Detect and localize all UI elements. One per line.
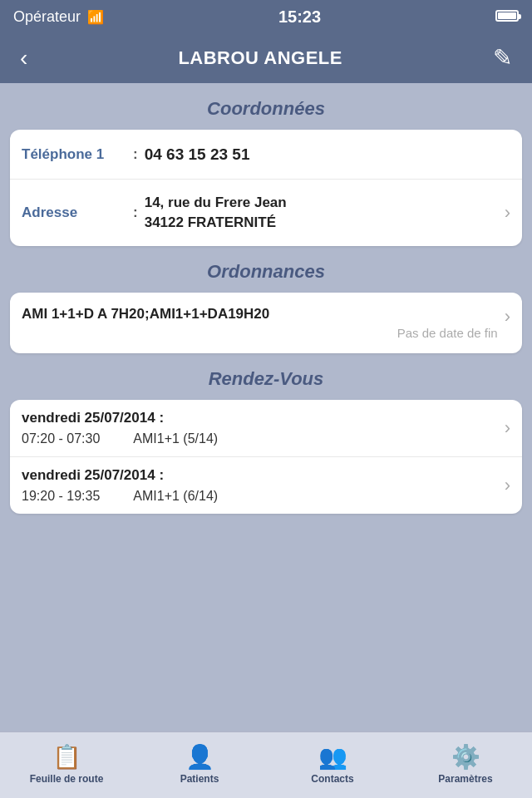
rdv-inner-1: vendredi 25/07/2014 : 19:20 - 19:35 AMI1… <box>22 467 498 504</box>
rdv-inner-0: vendredi 25/07/2014 : 07:20 - 07:30 AMI1… <box>22 410 498 446</box>
telephone-row[interactable]: Téléphone 1 : 04 63 15 23 51 <box>10 130 522 180</box>
adresse-value: 14, rue du Frere Jean 34122 FRATERNITÉ <box>145 193 498 233</box>
rdv-chevron-icon-1: › <box>505 475 510 496</box>
tab-feuille[interactable]: 📋 Feuille de route <box>0 732 133 798</box>
ordonnance-row[interactable]: AMI 1+1+D A 7H20;AMI1+1+DA19H20 Pas de d… <box>10 293 522 353</box>
rdv-row-1[interactable]: vendredi 25/07/2014 : 19:20 - 19:35 AMI1… <box>10 457 522 514</box>
rdv-time-1: 19:20 - 19:35 <box>22 489 100 504</box>
section-ordonnances-title: Ordonnances <box>0 246 532 293</box>
rdv-label-1: AMI1+1 (6/14) <box>133 489 218 504</box>
status-time: 15:23 <box>278 7 321 27</box>
rdv-chevron-icon-0: › <box>505 417 510 439</box>
telephone-value: 04 63 15 23 51 <box>145 145 510 164</box>
battery-icon <box>495 10 519 22</box>
telephone-label: Téléphone 1 <box>22 146 130 163</box>
rdv-label-0: AMI1+1 (5/14) <box>133 431 218 446</box>
wifi-icon: 📶 <box>87 9 104 25</box>
tab-contacts-icon: 👥 <box>318 746 347 769</box>
page-title: LABROU ANGELE <box>34 47 486 69</box>
rdv-row-0[interactable]: vendredi 25/07/2014 : 07:20 - 07:30 AMI1… <box>10 400 522 457</box>
adresse-label: Adresse <box>22 204 130 221</box>
ordonnances-card: AMI 1+1+D A 7H20;AMI1+1+DA19H20 Pas de d… <box>10 293 522 353</box>
tab-contacts-label: Contacts <box>311 773 353 785</box>
tab-patients-icon: 👤 <box>185 746 214 769</box>
rdv-date-1: vendredi 25/07/2014 : <box>22 467 498 484</box>
adresse-row[interactable]: Adresse : 14, rue du Frere Jean 34122 FR… <box>10 180 522 246</box>
rdv-card: vendredi 25/07/2014 : 07:20 - 07:30 AMI1… <box>10 400 522 514</box>
tab-patients[interactable]: 👤 Patients <box>133 732 266 798</box>
ordonnance-chevron-icon: › <box>505 306 510 328</box>
tab-feuille-icon: 📋 <box>52 746 81 769</box>
tab-feuille-label: Feuille de route <box>30 773 104 785</box>
ordonnance-content: AMI 1+1+D A 7H20;AMI1+1+DA19H20 Pas de d… <box>22 306 498 347</box>
tab-patients-label: Patients <box>180 773 219 785</box>
adresse-line1: 14, rue du Frere Jean <box>145 195 287 210</box>
tab-parametres-label: Paramètres <box>438 773 492 785</box>
edit-button[interactable]: ✎ <box>486 43 519 73</box>
status-bar: Opérateur 📶 15:23 <box>0 0 532 33</box>
coordonnees-card: Téléphone 1 : 04 63 15 23 51 Adresse : 1… <box>10 130 522 246</box>
operator-label: Opérateur <box>13 8 81 26</box>
tab-parametres-icon: ⚙️ <box>451 746 480 769</box>
section-rdv-title: Rendez-Vous <box>0 353 532 400</box>
battery-container <box>495 8 519 26</box>
tel-separator: : <box>133 146 138 163</box>
ordonnance-title: AMI 1+1+D A 7H20;AMI1+1+DA19H20 <box>22 306 498 323</box>
status-left: Opérateur 📶 <box>13 8 104 26</box>
ordonnance-subtitle: Pas de date de fin <box>22 326 498 347</box>
adresse-line2: 34122 FRATERNITÉ <box>145 214 276 230</box>
tab-bar: 📋 Feuille de route 👤 Patients 👥 Contacts… <box>0 732 532 798</box>
rdv-date-0: vendredi 25/07/2014 : <box>22 410 498 426</box>
adresse-chevron-icon: › <box>505 202 510 224</box>
addr-separator: : <box>133 204 138 221</box>
tab-parametres[interactable]: ⚙️ Paramètres <box>399 732 532 798</box>
main-content: Coordonnées Téléphone 1 : 04 63 15 23 51… <box>0 83 532 732</box>
section-coordonnees-title: Coordonnées <box>0 83 532 130</box>
rdv-detail-0: 07:20 - 07:30 AMI1+1 (5/14) <box>22 431 498 446</box>
header: ‹ LABROU ANGELE ✎ <box>0 33 532 83</box>
rdv-time-0: 07:20 - 07:30 <box>22 431 100 446</box>
back-button[interactable]: ‹ <box>13 43 34 73</box>
tab-contacts[interactable]: 👥 Contacts <box>266 732 399 798</box>
rdv-detail-1: 19:20 - 19:35 AMI1+1 (6/14) <box>22 489 498 504</box>
